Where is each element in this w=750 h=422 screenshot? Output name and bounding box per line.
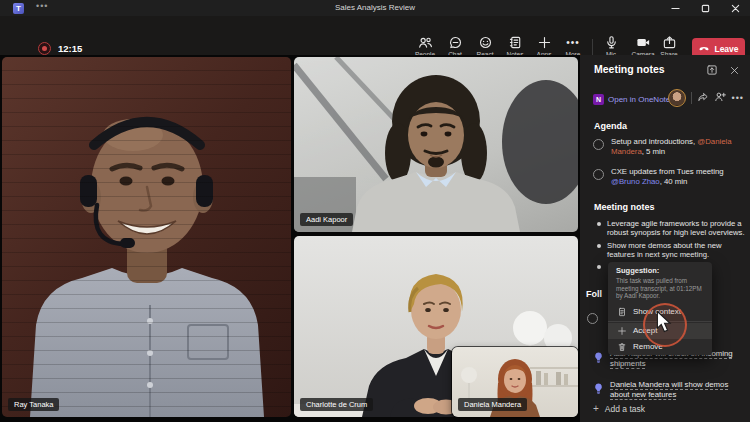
video-tile-ray-tanaka[interactable]: Ray Tanaka [2, 57, 291, 417]
popout-icon[interactable] [706, 62, 718, 80]
titlebar: T ••• Sales Analysis Review [0, 0, 750, 16]
open-in-onenote-link[interactable]: N Open in OneNote [593, 94, 670, 105]
facepile-divider [691, 92, 692, 104]
leave-label: Leave [714, 44, 738, 54]
panel-more-icon[interactable]: ••• [732, 93, 744, 103]
mention-bruno[interactable]: @Bruno Zhao [611, 177, 660, 186]
lightbulb-icon [592, 350, 605, 363]
close-panel-icon[interactable] [729, 62, 740, 80]
plus-icon [617, 326, 627, 336]
bullet-dot [597, 244, 601, 248]
teams-meeting-window: T ••• Sales Analysis Review 12:15 People… [0, 0, 750, 422]
meeting-timer: 12:15 [58, 43, 82, 54]
onenote-icon: N [593, 94, 604, 105]
bullet-dot [597, 265, 601, 269]
followup-checkbox[interactable] [587, 313, 598, 324]
people-icon [408, 35, 442, 50]
panel-title: Meeting notes [594, 63, 665, 75]
note-bullet: Leverage agile frameworks to provide a r… [607, 219, 749, 238]
aadi-kapoor-portrait [294, 57, 578, 232]
hangup-icon [698, 42, 710, 56]
plus-icon: + [593, 403, 599, 414]
participant-name-label: Charlotte de Crum [300, 398, 373, 411]
video-tile-aadi-kapoor[interactable]: Aadi Kapoor [294, 57, 578, 232]
meeting-notes-heading: Meeting notes [594, 202, 655, 212]
share-notes-icon[interactable] [697, 89, 709, 107]
agenda-checkbox[interactable] [593, 169, 604, 180]
suggestion-description: This task was pulled from meeting transc… [608, 275, 712, 304]
video-stage: Ray Tanaka [0, 55, 580, 422]
suggestion-title: Suggestion: [608, 266, 712, 275]
trash-icon [617, 342, 627, 352]
window-title: Sales Analysis Review [0, 3, 750, 12]
participant-name-label: Aadi Kapoor [300, 213, 353, 226]
react-icon [468, 35, 502, 50]
recording-indicator-icon [38, 42, 51, 55]
more-dots-icon: ••• [556, 35, 590, 50]
participant-name-label: Daniela Mandera [458, 398, 527, 411]
agenda-item: CXE updates from Tues meeting @Bruno Zha… [611, 167, 748, 186]
task-link[interactable]: Daniela Mandera will show demos about ne… [610, 380, 746, 400]
close-button[interactable] [720, 0, 750, 16]
agenda-checkbox[interactable] [593, 139, 604, 150]
followup-heading-partial: Foll [586, 289, 602, 299]
agenda-item: Setup and introductions, @Daniela Mander… [611, 137, 748, 156]
participant-name-label: Ray Tanaka [8, 398, 59, 411]
note-bullet: Show more demos about the new features i… [607, 241, 749, 260]
agenda-heading: Agenda [594, 121, 627, 131]
add-a-task-button[interactable]: + Add a task [593, 403, 645, 414]
minimize-button[interactable] [660, 0, 690, 16]
chat-icon [438, 35, 472, 50]
bullet-dot [597, 222, 601, 226]
avatar[interactable] [668, 89, 686, 107]
add-people-icon[interactable] [714, 89, 727, 107]
maximize-button[interactable] [690, 0, 720, 16]
meeting-toolbar: 12:15 People Chat React Notes Apps ••• M… [0, 16, 750, 55]
document-icon [617, 307, 627, 317]
ray-tanaka-portrait [2, 57, 291, 417]
mouse-cursor [656, 311, 672, 333]
video-tile-daniela-mandera-pip[interactable]: Daniela Mandera [452, 347, 578, 417]
mic-icon [594, 35, 628, 50]
share-icon [652, 35, 686, 50]
meeting-notes-panel: Meeting notes N Open in OneNote ••• Agen… [580, 55, 750, 422]
lightbulb-icon [592, 381, 605, 394]
